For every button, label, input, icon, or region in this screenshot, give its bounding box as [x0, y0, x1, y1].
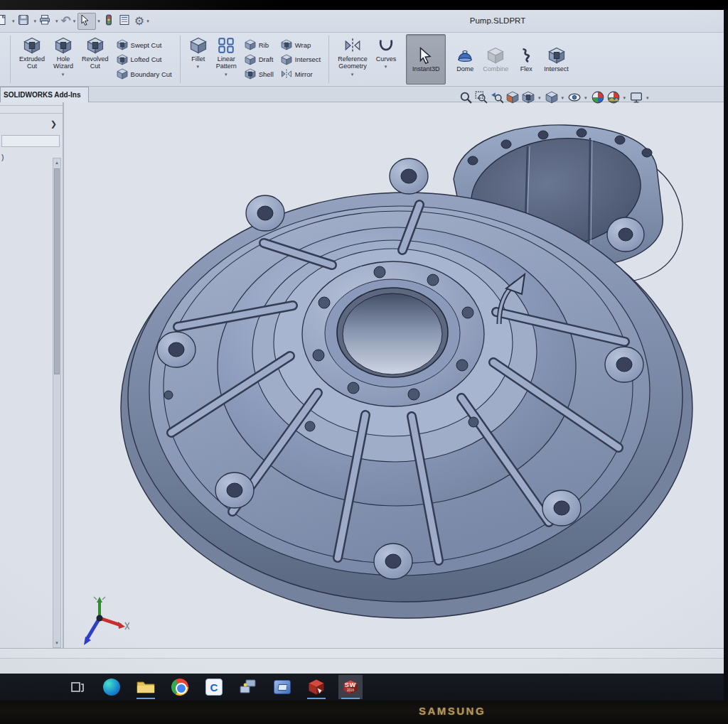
- new-document-button[interactable]: [0, 12, 11, 31]
- scroll-up-arrow[interactable]: ▲: [53, 158, 60, 167]
- tab-solidworks-addins[interactable]: SOLIDWORKS Add-Ins: [0, 87, 89, 102]
- curves-label: Curves: [376, 55, 397, 63]
- reference-geometry-button[interactable]: Reference Geometry ▾: [335, 35, 370, 84]
- curves-button[interactable]: Curves ▾: [373, 35, 400, 84]
- hole-wizard-icon: [54, 37, 73, 54]
- fillet-button[interactable]: Fillet ▾: [186, 35, 210, 84]
- dropdown-caret[interactable]: ▾: [538, 95, 541, 100]
- task-view-button[interactable]: [65, 675, 90, 699]
- select-tool-button[interactable]: [77, 13, 96, 30]
- display-style-button[interactable]: [567, 90, 582, 104]
- image-viewer-button[interactable]: [270, 675, 294, 699]
- dropdown-caret[interactable]: ▾: [562, 95, 564, 100]
- previous-view-button[interactable]: [490, 90, 504, 104]
- feature-manager-panel: ❯ ) ▲ ▼: [0, 102, 64, 648]
- solidworks-2016-button[interactable]: SW 2016: [338, 675, 363, 699]
- feature-tree-scrollbar[interactable]: ▲ ▼: [53, 158, 61, 648]
- section-view-button[interactable]: [505, 90, 520, 104]
- rebuild-traffic-light-icon: [103, 14, 117, 28]
- wrap-button[interactable]: Wrap: [279, 38, 323, 52]
- select-cursor-icon: [80, 14, 94, 28]
- flex-button[interactable]: Flex: [514, 45, 538, 73]
- dropdown-caret[interactable]: ▾: [62, 72, 65, 77]
- print-button[interactable]: [38, 12, 54, 31]
- view-orientation-icon: [545, 91, 558, 104]
- instant3d-toggle-button[interactable]: Instant3D: [406, 34, 446, 85]
- quick-access-toolbar: ▾ ▾ ▾ ↶ ▾ ▾ ⚙: [0, 10, 724, 33]
- file-properties-button[interactable]: [118, 12, 134, 31]
- dropdown-caret[interactable]: ▾: [646, 95, 649, 100]
- file-explorer-button[interactable]: [134, 675, 158, 699]
- revolved-cut-icon: [86, 37, 105, 54]
- zoom-to-area-button[interactable]: [474, 90, 488, 104]
- view-orientation-button[interactable]: [545, 90, 559, 104]
- undo-button[interactable]: ↶: [60, 12, 72, 31]
- scrollbar-thumb[interactable]: [54, 168, 60, 374]
- view-settings-icon: [630, 91, 643, 104]
- feature-tree-clipped-item[interactable]: ): [1, 153, 4, 161]
- hole-wizard-button[interactable]: Hole Wizard ▾: [50, 35, 76, 84]
- dropdown-caret[interactable]: ▾: [623, 95, 626, 100]
- view-settings-button[interactable]: [629, 90, 643, 104]
- intersect-button[interactable]: Intersect: [279, 53, 323, 67]
- dome-button[interactable]: Dome: [453, 45, 477, 73]
- flex-icon: [517, 47, 535, 64]
- dropdown-caret[interactable]: ▾: [584, 95, 587, 100]
- boundary-cut-label: Boundary Cut: [131, 70, 172, 78]
- rib-button[interactable]: Rib: [242, 38, 276, 52]
- swept-cut-icon: [117, 39, 128, 50]
- samsung-logo: SAMSUNG: [88, 705, 728, 717]
- dropdown-caret[interactable]: ▾: [73, 18, 76, 23]
- print-icon: [39, 14, 53, 28]
- remote-desktop-button[interactable]: [236, 675, 260, 699]
- zoom-to-fit-button[interactable]: [459, 90, 473, 104]
- previous-view-icon: [491, 91, 503, 104]
- file-explorer-icon: [136, 679, 155, 695]
- revolved-cut-label: Revolved Cut: [82, 55, 109, 70]
- revolved-cut-button[interactable]: Revolved Cut: [79, 35, 112, 84]
- dropdown-caret[interactable]: ▾: [196, 64, 199, 69]
- boundary-cut-button[interactable]: Boundary Cut: [114, 67, 174, 81]
- pump-part-model[interactable]: [64, 102, 724, 648]
- dropdown-caret[interactable]: ▾: [385, 64, 387, 69]
- status-bar-upper: [0, 648, 724, 658]
- dynamic-annotation-button[interactable]: [521, 90, 535, 104]
- shell-button[interactable]: Shell: [242, 67, 276, 81]
- dropdown-caret[interactable]: ▾: [97, 18, 100, 23]
- feature-manager-filter-box[interactable]: [1, 135, 60, 147]
- dropdown-caret[interactable]: ▾: [351, 72, 354, 77]
- mirror-label: Mirror: [295, 70, 313, 78]
- lofted-cut-button[interactable]: Lofted Cut: [114, 53, 174, 67]
- combine-label: Combine: [483, 65, 508, 72]
- dropdown-caret[interactable]: ▾: [12, 18, 15, 23]
- mirror-button[interactable]: Mirror: [279, 67, 323, 81]
- zoom-to-area-icon: [475, 91, 488, 104]
- fillet-icon: [189, 37, 208, 54]
- draft-button[interactable]: Draft: [242, 53, 276, 67]
- dropdown-caret[interactable]: ▾: [55, 18, 58, 23]
- chrome-button[interactable]: [168, 675, 192, 699]
- workspace: ❯ ) ▲ ▼: [0, 102, 724, 648]
- graphics-viewport[interactable]: [64, 102, 724, 648]
- apply-scene-button[interactable]: [606, 90, 621, 104]
- scroll-down-arrow[interactable]: ▼: [53, 639, 60, 647]
- dropdown-caret[interactable]: ▾: [146, 18, 149, 23]
- save-button[interactable]: [17, 12, 33, 31]
- edge-button[interactable]: [100, 675, 124, 699]
- dropdown-caret[interactable]: ▾: [34, 18, 37, 23]
- solidworks-launcher-button[interactable]: [304, 675, 328, 699]
- undo-icon: ↶: [61, 13, 71, 28]
- linear-pattern-button[interactable]: Linear Pattern ▾: [213, 35, 240, 84]
- file-properties-icon: [119, 14, 133, 28]
- flyout-expand-chevron[interactable]: ❯: [50, 119, 57, 129]
- dropdown-caret[interactable]: ▾: [225, 72, 228, 77]
- intersect-modify-button[interactable]: Intersect: [541, 45, 572, 73]
- options-button[interactable]: ⚙: [134, 12, 145, 31]
- rebuild-button[interactable]: [102, 12, 118, 31]
- swept-cut-button[interactable]: Swept Cut: [114, 38, 174, 52]
- windows-taskbar: C: [0, 674, 724, 701]
- edit-appearance-button[interactable]: [591, 90, 605, 104]
- c-app-button[interactable]: C: [202, 675, 226, 699]
- center-bore[interactable]: [337, 288, 448, 377]
- extruded-cut-button[interactable]: Extruded Cut: [16, 35, 48, 84]
